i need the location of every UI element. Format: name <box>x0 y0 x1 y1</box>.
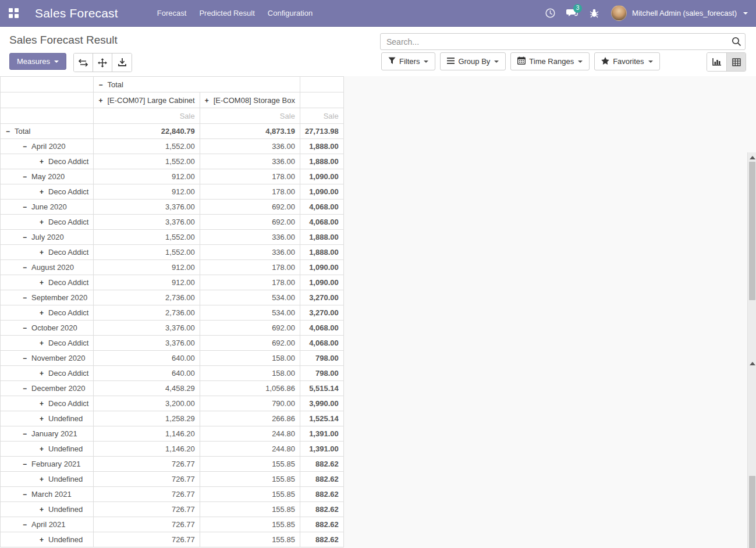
row-header-march-2021[interactable]: −March 2021 <box>1 487 94 502</box>
chevron-down-icon <box>578 61 583 63</box>
row-header-december-2020[interactable]: −December 2020 <box>1 381 94 396</box>
expand-all-button[interactable] <box>93 54 112 72</box>
pivot-value-cell: 1,056.86 <box>200 381 300 396</box>
scroll-up-arrow-icon[interactable] <box>750 362 755 365</box>
pivot-value-cell: 1,888.00 <box>300 245 343 260</box>
row-header-february-2021[interactable]: −February 2021 <box>1 457 94 472</box>
row-header-deco-addict[interactable]: +Deco Addict <box>1 275 94 290</box>
group-by-button[interactable]: Group By <box>440 52 506 70</box>
pivot-value-cell: 3,270.00 <box>300 290 343 305</box>
pivot-value-cell: 1,258.29 <box>94 411 200 426</box>
pivot-value-cell: 692.00 <box>200 336 300 351</box>
pivot-empty-header <box>300 77 343 92</box>
pivot-value-cell: 3,376.00 <box>94 200 200 215</box>
measure-header-sale[interactable]: Sale <box>200 108 300 124</box>
pivot-value-cell: 3,376.00 <box>94 215 200 230</box>
row-header-total[interactable]: −Total <box>1 124 94 139</box>
pivot-value-cell: 726.77 <box>94 517 200 532</box>
nav-item-predicted-result[interactable]: Predicted Result <box>193 0 261 27</box>
measure-header-sale[interactable]: Sale <box>94 108 200 124</box>
main-menu: ForecastPredicted ResultConfiguration <box>151 0 319 27</box>
pivot-value-cell: 1,888.00 <box>300 139 343 154</box>
row-header-undefined[interactable]: +Undefined <box>1 502 94 517</box>
row-header-november-2020[interactable]: −November 2020 <box>1 351 94 366</box>
row-header-deco-addict[interactable]: +Deco Addict <box>1 184 94 200</box>
measures-button[interactable]: Measures <box>9 53 66 70</box>
pivot-toolbar: Measures <box>9 53 132 72</box>
pivot-col-total-header[interactable]: −Total <box>94 77 300 92</box>
pivot-value-cell: 692.00 <box>200 321 300 336</box>
row-header-april-2021[interactable]: −April 2021 <box>1 517 94 532</box>
pivot-value-cell: 1,552.00 <box>94 139 200 154</box>
row-header-october-2020[interactable]: −October 2020 <box>1 321 94 336</box>
filters-button[interactable]: Filters <box>381 52 435 70</box>
row-header-deco-addict[interactable]: +Deco Addict <box>1 366 94 381</box>
pivot-value-cell: 178.00 <box>200 275 300 290</box>
messages-button[interactable]: 3 <box>561 0 583 27</box>
apps-menu-button[interactable] <box>0 0 27 27</box>
row-header-deco-addict[interactable]: +Deco Addict <box>1 336 94 351</box>
pivot-row-april-2020: −April 20201,552.00336.001,888.00 <box>1 139 344 154</box>
row-header-undefined[interactable]: +Undefined <box>1 532 94 547</box>
pivot-value-cell: 155.85 <box>200 517 300 532</box>
scroll-up-arrow-icon[interactable] <box>750 156 755 159</box>
download-button[interactable] <box>112 54 132 72</box>
row-header-deco-addict[interactable]: +Deco Addict <box>1 305 94 321</box>
debug-button[interactable] <box>583 0 605 27</box>
row-header-undefined[interactable]: +Undefined <box>1 411 94 426</box>
pivot-value-cell: 336.00 <box>200 139 300 154</box>
pivot-row-deco-addict: +Deco Addict912.00178.001,090.00 <box>1 184 344 200</box>
measure-header-sale[interactable]: Sale <box>300 108 343 124</box>
row-header-undefined[interactable]: +Undefined <box>1 442 94 457</box>
bar-chart-view-button[interactable] <box>707 53 726 71</box>
scrollbar-thumb[interactable] <box>749 162 755 300</box>
pivot-view-button[interactable] <box>726 53 746 71</box>
pivot-value-cell: 4,068.00 <box>300 336 343 351</box>
app-brand-title[interactable]: Sales Forecast <box>35 6 118 20</box>
pivot-value-cell: 178.00 <box>200 260 300 275</box>
user-menu[interactable]: Mitchell Admin (sales_forecast) <box>611 5 748 21</box>
row-header-deco-addict[interactable]: +Deco Addict <box>1 215 94 230</box>
pivot-value-cell: 912.00 <box>94 275 200 290</box>
pivot-row-july-2020: −July 20201,552.00336.001,888.00 <box>1 230 344 245</box>
row-header-september-2020[interactable]: −September 2020 <box>1 290 94 305</box>
navbar-right: 3 Mitchell Admin (sales_forecast) <box>539 0 756 27</box>
user-avatar <box>611 5 627 21</box>
time-ranges-button[interactable]: Time Ranges <box>510 52 590 70</box>
search-icon[interactable] <box>727 37 745 47</box>
pivot-row-october-2020: −October 20203,376.00692.004,068.00 <box>1 321 344 336</box>
row-header-deco-addict[interactable]: +Deco Addict <box>1 154 94 169</box>
row-header-july-2020[interactable]: −July 2020 <box>1 230 94 245</box>
pivot-value-cell: 1,146.20 <box>94 442 200 457</box>
row-header-april-2020[interactable]: −April 2020 <box>1 139 94 154</box>
row-header-deco-addict[interactable]: +Deco Addict <box>1 245 94 260</box>
pivot-row-undefined: +Undefined726.77155.85882.62 <box>1 472 344 487</box>
pivot-col-header-e-com07-large-cabinet[interactable]: +[E-COM07] Large Cabinet <box>94 92 200 108</box>
pivot-value-cell: 3,376.00 <box>94 321 200 336</box>
activities-button[interactable] <box>539 0 561 27</box>
row-header-june-2020[interactable]: −June 2020 <box>1 200 94 215</box>
pivot-col-header-e-com08-storage-box[interactable]: +[E-COM08] Storage Box <box>200 92 300 108</box>
row-header-may-2020[interactable]: −May 2020 <box>1 169 94 184</box>
pivot-value-cell: 4,068.00 <box>300 321 343 336</box>
pivot-value-cell: 1,525.14 <box>300 411 343 426</box>
pivot-value-cell: 155.85 <box>200 472 300 487</box>
row-header-undefined[interactable]: +Undefined <box>1 472 94 487</box>
pivot-value-cell: 158.00 <box>200 351 300 366</box>
flip-axis-button[interactable] <box>74 54 93 72</box>
row-header-deco-addict[interactable]: +Deco Addict <box>1 396 94 411</box>
messages-count-badge: 3 <box>573 4 582 13</box>
pivot-value-cell: 882.62 <box>300 517 343 532</box>
pivot-row-april-2021: −April 2021726.77155.85882.62 <box>1 517 344 532</box>
pivot-value-cell: 726.77 <box>94 457 200 472</box>
pivot-value-cell: 1,090.00 <box>300 260 343 275</box>
row-header-august-2020[interactable]: −August 2020 <box>1 260 94 275</box>
favorites-button[interactable]: Favorites <box>594 52 659 70</box>
nav-item-forecast[interactable]: Forecast <box>151 0 193 27</box>
row-header-january-2021[interactable]: −January 2021 <box>1 426 94 442</box>
search-input[interactable] <box>381 37 727 47</box>
vertical-scrollbar[interactable] <box>747 152 756 548</box>
nav-item-configuration[interactable]: Configuration <box>261 0 319 27</box>
chevron-down-icon <box>494 61 499 63</box>
scrollbar-thumb[interactable] <box>749 476 755 548</box>
